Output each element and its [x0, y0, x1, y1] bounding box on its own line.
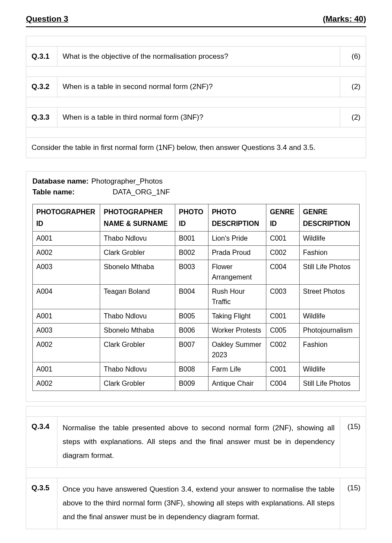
table-cell: Worker Protests: [208, 323, 266, 337]
table-cell: B003: [175, 260, 208, 284]
table-cell: C005: [266, 323, 300, 337]
table-cell: B009: [175, 376, 208, 391]
table-row: A004Teagan BolandB004Rush Hour TrafficC0…: [33, 284, 360, 309]
table-cell: Taking Flight: [208, 309, 266, 323]
question-number: Q.3.3: [26, 107, 57, 127]
table-cell: Still Life Photos: [299, 260, 359, 284]
col-photographer-name: PHOTOGRAPHER NAME & SURNAME: [100, 204, 175, 231]
table-cell: Rush Hour Traffic: [208, 284, 266, 309]
question-text: When is a table in second normal form (2…: [57, 77, 340, 97]
question-row: Q.3.3 When is a table in third normal fo…: [26, 107, 366, 127]
table-header-row: PHOTOGRAPHER ID PHOTOGRAPHER NAME & SURN…: [33, 204, 360, 231]
question-text: Normalise the table presented above to s…: [57, 416, 340, 467]
table-cell: Wildlife: [299, 362, 359, 376]
question-text: What is the objective of the normalisati…: [57, 46, 340, 67]
question-row: Q.3.1 What is the objective of the norma…: [26, 46, 366, 67]
question-marks: (2): [340, 77, 366, 97]
table-cell: Clark Grobler: [100, 376, 175, 391]
table-cell: Street Photos: [299, 284, 359, 309]
database-name-label: Database name:: [32, 176, 89, 187]
table-cell: A001: [33, 309, 100, 323]
table-row: A002Clark GroblerB007Oakley Summer 2023C…: [33, 337, 360, 362]
question-row: Q.3.4 Normalise the table presented abov…: [26, 416, 366, 467]
question-row: Q.3.2 When is a table in second normal f…: [26, 77, 366, 97]
table-row: A002Clark GroblerB009Antique ChairC004St…: [33, 376, 360, 391]
col-genre-id: GENRE ID: [266, 204, 300, 231]
data-table: PHOTOGRAPHER ID PHOTOGRAPHER NAME & SURN…: [32, 204, 360, 391]
table-cell: Sbonelo Mthaba: [100, 260, 175, 284]
table-cell: Fashion: [299, 245, 359, 260]
table-cell: C003: [266, 284, 300, 309]
blank-row: [26, 406, 366, 416]
table-cell: A002: [33, 337, 100, 362]
table-row: A001Thabo NdlovuB005Taking FlightC001Wil…: [33, 309, 360, 323]
table-cell: Clark Grobler: [100, 337, 175, 362]
table-cell: Antique Chair: [208, 376, 266, 391]
question-title: Question 3: [26, 13, 68, 25]
table-cell: B006: [175, 323, 208, 337]
table-cell: Thabo Ndlovu: [100, 362, 175, 376]
table-cell: C004: [266, 260, 300, 284]
table-cell: A004: [33, 284, 100, 309]
table-row: A002Clark GroblerB002Prada ProudC002Fash…: [33, 245, 360, 260]
question-number: Q.3.2: [26, 77, 57, 97]
table-cell: B008: [175, 362, 208, 376]
table-cell: Oakley Summer 2023: [208, 337, 266, 362]
question-text: When is a table in third normal form (3N…: [57, 107, 340, 127]
table-name-label: Table name:: [32, 187, 89, 198]
question-number: Q.3.5: [26, 478, 57, 529]
blank-row: [26, 67, 366, 77]
table-cell: A001: [33, 362, 100, 376]
table-cell: Wildlife: [299, 231, 359, 245]
table-cell: Clark Grobler: [100, 245, 175, 260]
table-cell: Lion's Pride: [208, 231, 266, 245]
table-cell: C001: [266, 309, 300, 323]
question-number: Q.3.1: [26, 46, 57, 67]
question-marks: (6): [340, 46, 366, 67]
questions-3-1-to-3-3: Q.3.1 What is the objective of the norma…: [26, 36, 366, 158]
table-cell: Teagan Boland: [100, 284, 175, 309]
blank-row: [26, 97, 366, 107]
table-cell: Still Life Photos: [299, 376, 359, 391]
col-photo-description: PHOTO DESCRIPTION: [208, 204, 266, 231]
table-cell: C002: [266, 245, 300, 260]
table-cell: Wildlife: [299, 309, 359, 323]
table-row: A001Thabo NdlovuB008Farm LifeC001Wildlif…: [33, 362, 360, 376]
col-photographer-id: PHOTOGRAPHER ID: [33, 204, 100, 231]
table-row: A003Sbonelo MthabaB003Flower Arrangement…: [33, 260, 360, 284]
table-cell: A001: [33, 231, 100, 245]
table-row: A001Thabo NdlovuB001Lion's PrideC001Wild…: [33, 231, 360, 245]
question-number: Q.3.4: [26, 416, 57, 467]
table-cell: B005: [175, 309, 208, 323]
database-name-row: Database name: Photographer_Photos: [32, 176, 360, 187]
database-block: Database name: Photographer_Photos Table…: [26, 171, 366, 402]
questions-3-4-to-3-5: Q.3.4 Normalise the table presented abov…: [26, 406, 366, 529]
col-photo-id: PHOTO ID: [175, 204, 208, 231]
table-cell: Farm Life: [208, 362, 266, 376]
table-cell: A002: [33, 245, 100, 260]
table-cell: A003: [33, 323, 100, 337]
question-header: Question 3 (Marks: 40): [26, 13, 366, 27]
instruction-text: Consider the table in first normal form …: [26, 138, 366, 158]
table-cell: Flower Arrangement: [208, 260, 266, 284]
table-cell: B007: [175, 337, 208, 362]
blank-row: [26, 36, 366, 46]
table-cell: Sbonelo Mthaba: [100, 323, 175, 337]
col-genre-description: GENRE DESCRIPTION: [299, 204, 359, 231]
question-marks: (15): [340, 416, 366, 467]
table-cell: C001: [266, 362, 300, 376]
table-cell: Fashion: [299, 337, 359, 362]
table-cell: B002: [175, 245, 208, 260]
question-text: Once you have answered Question 3.4, ext…: [57, 478, 340, 529]
question-marks: (2): [340, 107, 366, 127]
table-name-value: DATA_ORG_1NF: [113, 187, 170, 198]
table-cell: A002: [33, 376, 100, 391]
question-marks: (15): [340, 478, 366, 529]
question-row: Q.3.5 Once you have answered Question 3.…: [26, 478, 366, 529]
instruction-row: Consider the table in first normal form …: [26, 138, 366, 158]
table-cell: C004: [266, 376, 300, 391]
table-cell: B001: [175, 231, 208, 245]
question-total-marks: (Marks: 40): [323, 13, 366, 25]
table-cell: B004: [175, 284, 208, 309]
table-cell: C002: [266, 337, 300, 362]
